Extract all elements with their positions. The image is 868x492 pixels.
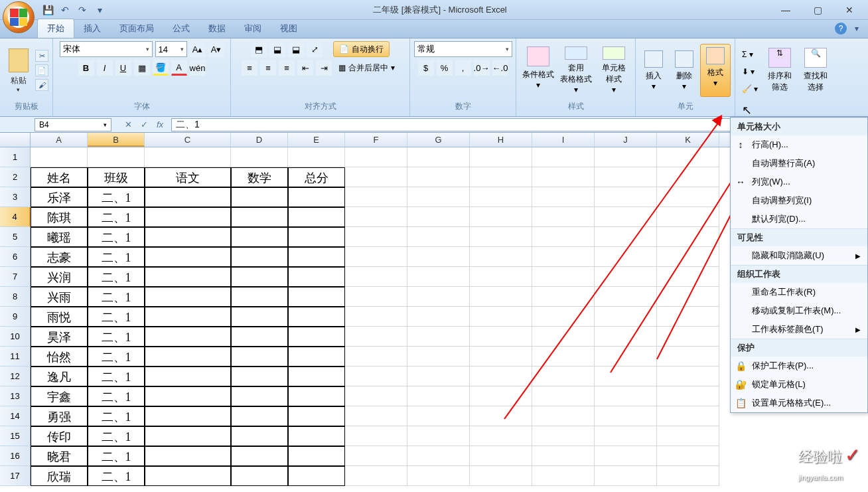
cell-D8[interactable] (231, 287, 288, 307)
autosum-button[interactable]: Σ ▾ (739, 47, 760, 62)
cell-D15[interactable] (231, 426, 288, 446)
cell-K9[interactable] (657, 307, 719, 327)
cell-A12[interactable]: 逸凡 (31, 367, 88, 386)
cell-G5[interactable] (407, 227, 470, 247)
insert-cells-button[interactable]: 插入▾ (640, 48, 668, 94)
fill-color-button[interactable]: 🪣 (153, 60, 169, 76)
cell-C10[interactable] (145, 327, 231, 347)
indent-dec-icon[interactable]: ⇤ (297, 60, 313, 76)
cell-J1[interactable] (595, 147, 657, 167)
cell-F10[interactable] (345, 327, 407, 347)
cell-F15[interactable] (345, 426, 407, 446)
cell-E5[interactable] (288, 227, 345, 247)
cell-A6[interactable]: 志豪 (31, 247, 88, 267)
cell-G6[interactable] (407, 247, 470, 267)
help-icon[interactable]: ? (835, 23, 847, 35)
cell-C2[interactable]: 语文 (145, 167, 231, 187)
cell-C4[interactable] (145, 207, 231, 227)
cell-G11[interactable] (407, 347, 470, 367)
cell-C7[interactable] (145, 267, 231, 287)
ribbon-toggle-icon[interactable]: ▾ (851, 23, 863, 35)
fx-icon[interactable]: fx (154, 120, 166, 129)
cell-I8[interactable] (532, 287, 595, 307)
cell-I2[interactable] (532, 167, 595, 187)
cell-B9[interactable]: 二、1 (88, 307, 145, 327)
cell-A5[interactable]: 曦瑶 (31, 227, 88, 247)
cell-A9[interactable]: 雨悦 (31, 307, 88, 327)
align-left-icon[interactable]: ≡ (242, 60, 257, 76)
office-button[interactable] (3, 1, 35, 33)
cell-D1[interactable] (231, 147, 288, 167)
cell-C9[interactable] (145, 307, 231, 327)
cell-F12[interactable] (345, 367, 407, 386)
cell-H10[interactable] (470, 327, 532, 347)
cell-I4[interactable] (532, 207, 595, 227)
name-box[interactable]: B4▾ (35, 118, 111, 131)
cell-J7[interactable] (595, 267, 657, 287)
cell-F5[interactable] (345, 227, 407, 247)
cell-I14[interactable] (532, 406, 595, 426)
cell-C6[interactable] (145, 247, 231, 267)
cell-C5[interactable] (145, 227, 231, 247)
col-header-J[interactable]: J (595, 133, 657, 147)
fm-lock-cell[interactable]: 🔐锁定单元格(L) (731, 375, 867, 394)
tab-layout[interactable]: 页面布局 (110, 19, 163, 38)
cell-B5[interactable]: 二、1 (88, 227, 145, 247)
cell-B3[interactable]: 二、1 (88, 187, 145, 207)
cell-H3[interactable] (470, 187, 532, 207)
cell-E10[interactable] (288, 327, 345, 347)
row-header-12[interactable]: 12 (0, 367, 31, 386)
cell-E11[interactable] (288, 347, 345, 367)
cell-J15[interactable] (595, 426, 657, 446)
cell-H6[interactable] (470, 247, 532, 267)
col-header-B[interactable]: B (88, 133, 145, 147)
cell-A3[interactable]: 乐泽 (31, 187, 88, 207)
percent-icon[interactable]: % (437, 60, 453, 76)
cell-A1[interactable] (31, 147, 88, 167)
cell-I16[interactable] (532, 446, 595, 466)
row-header-15[interactable]: 15 (0, 426, 31, 446)
cell-D13[interactable] (231, 386, 288, 406)
cell-E2[interactable]: 总分 (288, 167, 345, 187)
cell-H2[interactable] (470, 167, 532, 187)
cell-A17[interactable]: 欣瑞 (31, 466, 88, 486)
cell-B12[interactable]: 二、1 (88, 367, 145, 386)
shrink-font-icon[interactable]: A▾ (208, 41, 224, 57)
fm-row-height[interactable]: ↕行高(H)... (731, 135, 867, 154)
orientation-icon[interactable]: ⤢ (307, 41, 323, 57)
cell-K12[interactable] (657, 367, 719, 386)
row-headers[interactable]: 1234567891011121314151617 (0, 147, 31, 491)
cell-C3[interactable] (145, 187, 231, 207)
indent-inc-icon[interactable]: ⇥ (316, 60, 332, 76)
cell-A16[interactable]: 晓君 (31, 446, 88, 466)
cell-G15[interactable] (407, 426, 470, 446)
cell-H9[interactable] (470, 307, 532, 327)
cell-K13[interactable] (657, 386, 719, 406)
cell-K10[interactable] (657, 327, 719, 347)
col-header-F[interactable]: F (345, 133, 407, 147)
col-header-G[interactable]: G (407, 133, 470, 147)
cell-H7[interactable] (470, 267, 532, 287)
cell-K16[interactable] (657, 446, 719, 466)
cell-B13[interactable]: 二、1 (88, 386, 145, 406)
fm-hide-unhide[interactable]: 隐藏和取消隐藏(U)▶ (731, 246, 867, 265)
save-icon[interactable]: 💾 (40, 3, 56, 17)
cell-H17[interactable] (470, 466, 532, 486)
cell-A11[interactable]: 怡然 (31, 347, 88, 367)
cell-K2[interactable] (657, 167, 719, 187)
row-header-13[interactable]: 13 (0, 386, 31, 406)
cell-H15[interactable] (470, 426, 532, 446)
cell-styles-button[interactable]: 单元格 样式▾ (596, 44, 631, 97)
col-header-C[interactable]: C (145, 133, 231, 147)
cell-G14[interactable] (407, 406, 470, 426)
table-format-button[interactable]: 套用 表格格式▾ (558, 44, 593, 97)
cell-G17[interactable] (407, 466, 470, 486)
cell-F14[interactable] (345, 406, 407, 426)
cell-K4[interactable] (657, 207, 719, 227)
cell-C13[interactable] (145, 386, 231, 406)
row-header-11[interactable]: 11 (0, 347, 31, 367)
cell-G13[interactable] (407, 386, 470, 406)
cell-G7[interactable] (407, 267, 470, 287)
cell-D7[interactable] (231, 267, 288, 287)
close-button[interactable]: ✕ (836, 3, 863, 17)
